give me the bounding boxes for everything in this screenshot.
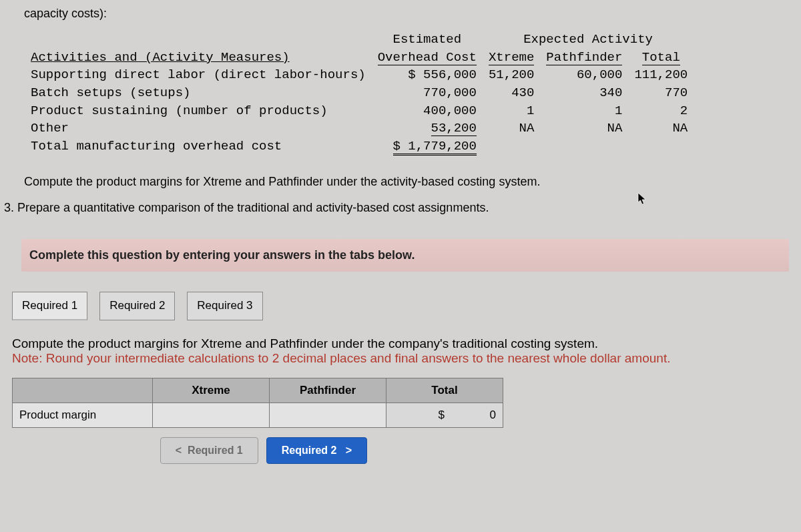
cell: 60,000 — [541, 67, 627, 83]
row-label: Batch setups (setups) — [25, 85, 371, 101]
col-header-estimated-2: Overhead Cost — [372, 49, 482, 66]
tab-required-1[interactable]: Required 1 — [12, 292, 87, 320]
next-button[interactable]: Required 2 > — [266, 437, 367, 464]
cell: NA — [541, 120, 627, 137]
row-label: Product sustaining (number of products) — [25, 103, 371, 119]
col-header-xtreme: Xtreme — [483, 49, 539, 66]
table-row: Product sustaining (number of products) … — [25, 103, 693, 119]
next-label: Required 2 — [282, 445, 337, 456]
col-header-total: Total — [629, 49, 693, 66]
col-header-total: Total — [386, 378, 503, 403]
table-row: Batch setups (setups) 770,000 430 340 77… — [25, 85, 693, 101]
row-label: Other — [25, 120, 371, 137]
cell: 400,000 — [372, 103, 482, 119]
col-header-pathfinder: Pathfinder — [541, 49, 627, 66]
tab-content: Compute the product margins for Xtreme a… — [0, 336, 801, 366]
table-row: Other 53,200 NA NA NA — [25, 120, 693, 137]
cell: 51,200 — [483, 67, 539, 83]
table-row: Supporting direct labor (direct labor-ho… — [25, 67, 693, 83]
cell: NA — [483, 120, 539, 137]
col-header-expected-activity: Expected Activity — [483, 31, 693, 48]
col-header-xtreme: Xtreme — [153, 378, 270, 403]
cell: 770,000 — [372, 85, 482, 101]
blank-header — [13, 378, 153, 403]
col-header-pathfinder: Pathfinder — [270, 378, 386, 403]
intro-fragment: capacity costs): — [0, 7, 801, 26]
cell: 111,200 — [629, 67, 693, 83]
tab-instruction-note: Note: Round your intermediate calculatio… — [12, 351, 670, 365]
tab-instruction-main: Compute the product margins for Xtreme a… — [12, 336, 598, 350]
row-label: Supporting direct labor (direct labor-ho… — [25, 67, 371, 83]
input-xtreme-margin[interactable] — [153, 403, 270, 427]
cell: 1 — [483, 103, 539, 119]
chevron-left-icon: < — [176, 445, 182, 456]
table-total-row: Total manufacturing overhead cost $ 1,77… — [25, 138, 693, 155]
total-label: Total manufacturing overhead cost — [25, 138, 371, 155]
tab-row: Required 1 Required 2 Required 3 — [0, 292, 801, 320]
col-header-activities: Activities and (Activity Measures) — [25, 49, 371, 66]
cell: 770 — [629, 85, 693, 101]
tab-required-3[interactable]: Required 3 — [187, 292, 262, 320]
overhead-cost-table: Estimated Expected Activity Activities a… — [24, 30, 694, 156]
cell: 430 — [483, 85, 539, 101]
tab-required-2[interactable]: Required 2 — [99, 292, 175, 320]
answer-table: Xtreme Pathfinder Total Product margin $… — [12, 378, 503, 428]
cell: 53,200 — [372, 120, 482, 137]
total-value: $ 1,779,200 — [372, 138, 482, 155]
cell: NA — [629, 120, 693, 137]
row-label-product-margin: Product margin — [13, 403, 153, 427]
question-3-text: 3. Prepare a quantitative comparison of … — [0, 201, 801, 227]
prev-label: Required 1 — [188, 445, 243, 456]
total-margin-cell: $ 0 — [386, 403, 503, 427]
cell: 1 — [541, 103, 627, 119]
cell: $ 556,000 — [372, 67, 482, 83]
prev-button[interactable]: < Required 1 — [160, 437, 258, 464]
cell: 2 — [629, 103, 693, 119]
chevron-right-icon: > — [346, 445, 352, 456]
nav-buttons: < Required 1 Required 2 > — [0, 437, 527, 464]
input-pathfinder-margin[interactable] — [270, 403, 386, 427]
instruction-banner: Complete this question by entering your … — [21, 239, 789, 272]
col-header-estimated-1: Estimated — [372, 31, 482, 48]
compute-instruction: Compute the product margins for Xtreme a… — [0, 170, 801, 201]
cell: 340 — [541, 85, 627, 101]
